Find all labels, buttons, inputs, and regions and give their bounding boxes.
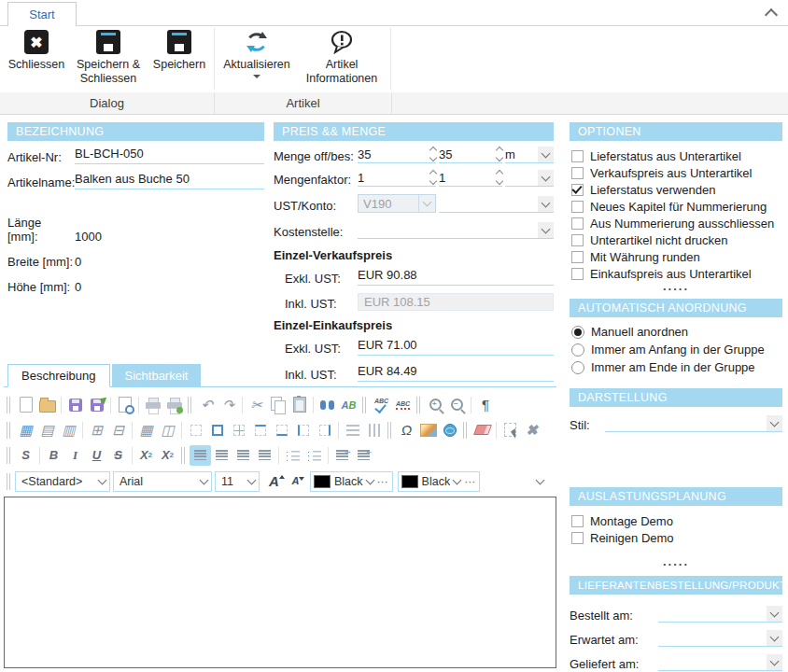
spin-down-icon[interactable] xyxy=(496,154,503,161)
border-inner-button[interactable] xyxy=(228,420,249,441)
shrink-font-button[interactable]: A xyxy=(285,471,306,492)
ek-exkl-input[interactable]: EUR 71.00 xyxy=(358,338,554,356)
dropdown-caret-icon[interactable] xyxy=(253,75,260,78)
toolbar-grip[interactable] xyxy=(188,397,191,413)
chevron-down-icon[interactable] xyxy=(767,606,782,622)
collapse-ribbon-button[interactable] xyxy=(764,7,779,20)
font-family-combo[interactable]: Arial xyxy=(113,471,212,492)
menge-offen-spinner[interactable]: 35 xyxy=(358,147,436,163)
checkbox[interactable] xyxy=(571,201,584,213)
save-as-button[interactable] xyxy=(86,395,107,415)
toolbar-grip[interactable] xyxy=(7,422,10,439)
spelling-underline-button[interactable]: ABC xyxy=(392,395,414,415)
artikelname-input[interactable]: Balken aus Buche 50 xyxy=(75,172,264,189)
zoom-out-button[interactable]: − xyxy=(446,395,468,415)
decrease-indent-button[interactable]: ← xyxy=(353,445,374,466)
artikel-nr-input[interactable]: BL-BCH-050 xyxy=(75,147,264,164)
radio-row[interactable]: Manuell anordnen xyxy=(571,323,782,341)
redo-button[interactable]: ↷ xyxy=(218,395,239,415)
eraser-button[interactable] xyxy=(471,420,493,441)
formatting-marks-button[interactable]: ¶ xyxy=(474,395,496,415)
paragraph-style-combo[interactable]: <Standard> xyxy=(15,471,110,492)
mengenfaktor2-spinner[interactable]: 1 xyxy=(439,171,502,187)
checkbox[interactable] xyxy=(571,251,584,263)
chevron-down-icon[interactable] xyxy=(538,170,554,186)
toolbar-grip[interactable] xyxy=(181,447,185,464)
subscript-button[interactable]: X2 xyxy=(135,445,157,466)
bullet-list-button[interactable] xyxy=(282,445,303,466)
spin-down-icon[interactable] xyxy=(429,154,437,161)
font-size-combo[interactable]: 11 xyxy=(215,471,260,492)
border-bottom-button[interactable] xyxy=(271,420,292,441)
merge-cells-button[interactable]: ▦ xyxy=(135,420,157,441)
strikethrough-button[interactable]: S xyxy=(107,445,129,466)
checkbox-row[interactable]: Verkaufspreis aus Unterartikel xyxy=(571,164,782,181)
checkbox[interactable] xyxy=(571,150,584,162)
border-top-button[interactable] xyxy=(249,420,271,441)
radio-button[interactable] xyxy=(571,326,584,339)
erwartet-am-dropdown[interactable] xyxy=(658,630,782,647)
new-document-button[interactable] xyxy=(15,395,36,415)
toolbar-grip[interactable] xyxy=(416,397,420,413)
justify-button[interactable] xyxy=(254,445,275,466)
border-all-button[interactable] xyxy=(206,420,228,441)
insert-rows-button[interactable]: ▤ xyxy=(36,420,58,441)
checkbox-row[interactable]: Lieferstatus aus Unterartikel xyxy=(571,147,782,164)
geliefert-am-dropdown[interactable] xyxy=(658,654,782,671)
checkbox[interactable] xyxy=(571,234,584,246)
toolbar-grip[interactable] xyxy=(463,422,467,439)
radio-button[interactable] xyxy=(571,361,584,374)
insert-row-below-button[interactable]: ⊟ xyxy=(107,420,129,441)
description-editor-area[interactable] xyxy=(4,497,556,668)
toolbar-grip[interactable] xyxy=(7,447,10,464)
speichern-und-schliessen-button[interactable]: Speichern &Schliessen xyxy=(69,30,148,86)
expand-more-button[interactable]: ..... xyxy=(570,557,782,567)
spinner-buttons[interactable] xyxy=(497,171,502,184)
spellcheck-button[interactable]: ABC xyxy=(371,395,392,415)
distribute-rows-button[interactable] xyxy=(342,420,363,441)
bestellt-am-dropdown[interactable] xyxy=(658,606,782,623)
numbered-list-button[interactable] xyxy=(303,445,325,466)
special-character-button[interactable]: Ω xyxy=(396,420,417,441)
chevron-down-icon[interactable] xyxy=(538,196,554,212)
expand-more-button[interactable]: ..... xyxy=(570,282,782,291)
replace-button[interactable]: AB xyxy=(338,395,359,415)
undo-button[interactable]: ↶ xyxy=(196,395,218,415)
aktualisieren-button[interactable]: Aktualisieren xyxy=(220,30,293,78)
spin-down-icon[interactable] xyxy=(429,177,437,185)
toolbar-grip[interactable] xyxy=(7,397,10,413)
artikel-informationen-button[interactable]: ArtikelInformationen xyxy=(297,30,387,86)
align-right-button[interactable] xyxy=(232,445,254,466)
checkbox[interactable] xyxy=(571,167,584,179)
chevron-down-icon[interactable] xyxy=(365,475,374,484)
toolbar-grip[interactable] xyxy=(387,422,391,439)
faktor-einheit-dropdown[interactable] xyxy=(505,170,554,187)
checkbox-row[interactable]: Mit Währung runden xyxy=(571,248,782,265)
speichern-button[interactable]: Speichern xyxy=(149,30,209,72)
border-none-button[interactable] xyxy=(185,420,206,441)
spinner-buttons[interactable] xyxy=(430,171,436,184)
print-preview-button[interactable] xyxy=(114,395,135,415)
schliessen-button[interactable]: ✖ Schliessen xyxy=(6,30,67,72)
konto-dropdown[interactable] xyxy=(439,196,554,213)
spinner-buttons[interactable] xyxy=(430,147,436,161)
checkbox[interactable] xyxy=(571,217,584,230)
hyperlink-button[interactable] xyxy=(439,420,460,441)
font-color-combo[interactable]: Black ··· xyxy=(310,471,393,492)
mengenfaktor1-spinner[interactable]: 1 xyxy=(358,171,436,187)
chevron-down-icon[interactable] xyxy=(767,415,782,431)
more-colors-button[interactable]: ··· xyxy=(464,476,475,487)
radio-button[interactable] xyxy=(571,343,584,357)
select-object-button[interactable] xyxy=(500,420,521,441)
open-button[interactable] xyxy=(36,395,58,415)
grow-font-button[interactable]: A xyxy=(263,471,285,492)
style-button[interactable]: S xyxy=(15,445,36,466)
tab-start[interactable]: Start xyxy=(7,2,77,26)
chevron-down-icon[interactable] xyxy=(200,475,209,484)
checkbox[interactable] xyxy=(571,532,584,544)
bold-button[interactable]: B xyxy=(43,445,64,466)
chevron-down-icon[interactable] xyxy=(538,222,554,238)
einheit-dropdown[interactable]: m xyxy=(505,147,554,163)
chevron-down-icon[interactable] xyxy=(453,475,462,484)
print-button[interactable] xyxy=(142,395,163,415)
